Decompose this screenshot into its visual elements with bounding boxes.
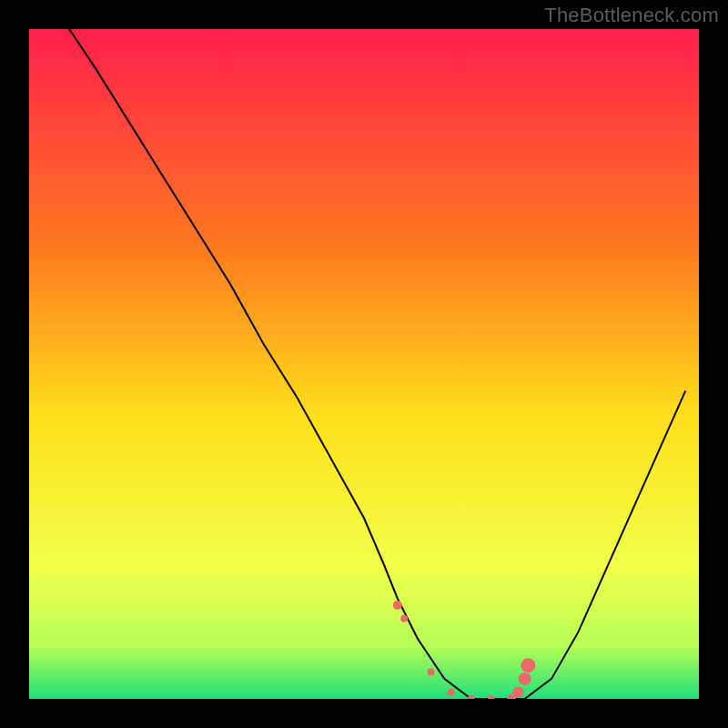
sweet-spot-dot — [512, 687, 523, 698]
plot-area — [29, 29, 699, 699]
sweet-spot-dot — [428, 669, 435, 676]
sweet-spot-dot — [468, 695, 475, 699]
sweet-spot-dots — [29, 29, 699, 699]
sweet-spot-dot — [393, 601, 402, 610]
sweet-spot-dot — [400, 615, 408, 622]
sweet-spot-dot — [519, 672, 531, 685]
sweet-spot-dot — [488, 695, 495, 699]
attribution-text: TheBottleneck.com — [544, 4, 719, 27]
chart-frame: TheBottleneck.com — [0, 0, 728, 728]
sweet-spot-dot — [521, 658, 535, 672]
sweet-spot-dot — [448, 689, 455, 696]
